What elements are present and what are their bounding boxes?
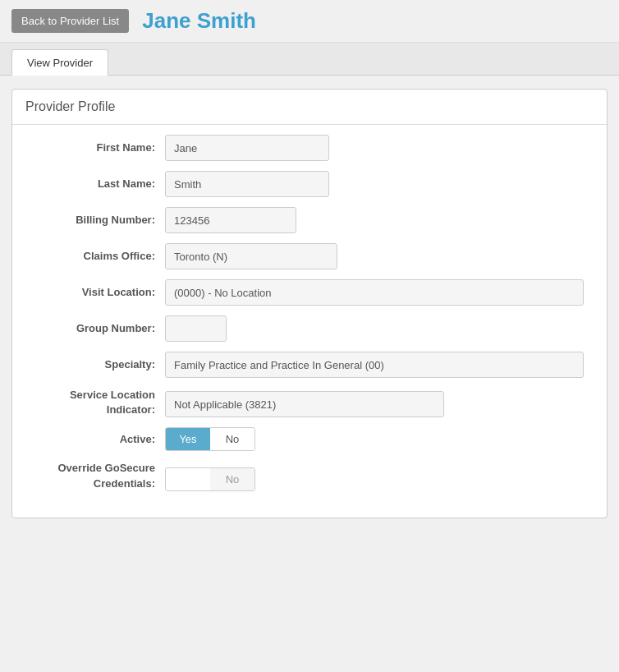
- active-yes-button[interactable]: Yes: [166, 428, 210, 450]
- specialty-row: Specialty: Family Practice and Practice …: [25, 352, 594, 378]
- specialty-input[interactable]: Family Practice and Practice In General …: [165, 352, 584, 378]
- billing-number-row: Billing Number: 123456: [25, 207, 594, 233]
- override-gosecure-toggle-group: No: [165, 467, 255, 491]
- override-gosecure-no-button[interactable]: No: [210, 468, 254, 490]
- main-content: Provider Profile First Name: Jane Last N…: [0, 76, 619, 532]
- group-number-input[interactable]: [165, 315, 227, 342]
- claims-office-row: Claims Office: Toronto (N): [25, 243, 594, 269]
- active-label: Active:: [25, 432, 165, 447]
- group-number-label: Group Number:: [25, 321, 165, 336]
- claims-office-input[interactable]: Toronto (N): [165, 243, 337, 269]
- claims-office-label: Claims Office:: [25, 249, 165, 264]
- card-title: Provider Profile: [12, 90, 607, 125]
- visit-location-row: Visit Location: (0000) - No Location: [25, 279, 594, 306]
- service-location-input[interactable]: Not Applicable (3821): [165, 391, 444, 417]
- first-name-row: First Name: Jane: [25, 135, 594, 161]
- page-title: Jane Smith: [142, 8, 256, 34]
- header: Back to Provider List Jane Smith: [0, 0, 619, 43]
- override-gosecure-row: Override GoSecureCredentials: No: [25, 461, 594, 490]
- billing-number-label: Billing Number:: [25, 213, 165, 228]
- billing-number-input[interactable]: 123456: [165, 207, 296, 233]
- last-name-input[interactable]: Smith: [165, 171, 329, 197]
- active-no-button[interactable]: No: [210, 428, 254, 450]
- active-row: Active: Yes No: [25, 427, 594, 451]
- provider-profile-card: Provider Profile First Name: Jane Last N…: [11, 89, 608, 518]
- group-number-row: Group Number:: [25, 315, 594, 342]
- visit-location-label: Visit Location:: [25, 285, 165, 300]
- override-gosecure-label: Override GoSecureCredentials:: [25, 461, 165, 490]
- tabs-bar: View Provider: [0, 43, 619, 76]
- specialty-label: Specialty:: [25, 357, 165, 372]
- tab-view-provider[interactable]: View Provider: [11, 49, 108, 76]
- last-name-row: Last Name: Smith: [25, 171, 594, 197]
- first-name-label: First Name:: [25, 140, 165, 155]
- service-location-row: Service Location Indicator: Not Applicab…: [25, 388, 594, 417]
- override-gosecure-yes-button[interactable]: [166, 468, 210, 490]
- back-to-provider-list-button[interactable]: Back to Provider List: [11, 9, 129, 33]
- active-toggle-group: Yes No: [165, 427, 255, 451]
- service-location-label: Service Location Indicator:: [25, 388, 165, 417]
- last-name-label: Last Name:: [25, 177, 165, 191]
- first-name-input[interactable]: Jane: [165, 135, 329, 161]
- visit-location-input[interactable]: (0000) - No Location: [165, 279, 584, 306]
